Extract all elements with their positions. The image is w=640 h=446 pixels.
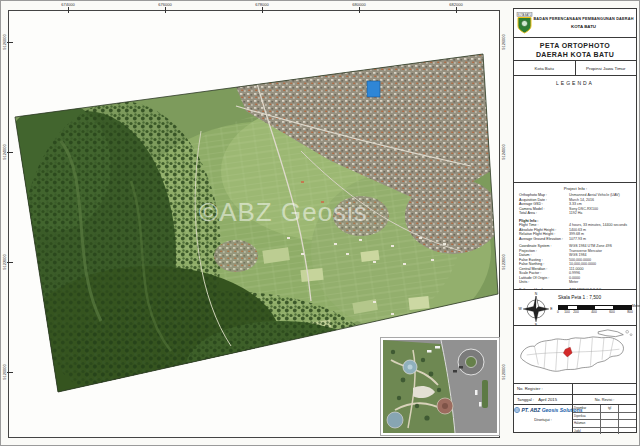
signature-grid: DigambartglDiperiksaHalamanJudul (572, 405, 636, 432)
scale-bar-label: 200 (573, 310, 578, 314)
kota-batu-logo-icon: KOTA BATU (516, 12, 533, 34)
agency-city: KOTA BATU (533, 24, 634, 29)
signature-grid-cell: tgl (601, 405, 619, 412)
scale-bar-label: 0 (557, 310, 559, 314)
scale-bar-label: 400 (591, 310, 596, 314)
map-sheet: 674000676000678000680000682000 912600091… (0, 0, 640, 446)
signature-grid-cell (601, 413, 619, 420)
signature-grid-cell (619, 420, 636, 427)
info-value: 1192 Ha (569, 211, 632, 216)
signature-grid-label: Halaman (573, 420, 601, 427)
scale-unit: Meters (632, 304, 640, 308)
register-value (572, 384, 636, 394)
watermark: ©ABZ Geosis (199, 197, 368, 228)
map-title-line1: PETA ORTOPHOTO (514, 41, 636, 50)
date-cell: Tanggal : April 2015 (514, 395, 572, 404)
region-province: Propinsi Jawa Timur (575, 61, 637, 75)
signature-grid-label: Diperiksa (573, 413, 601, 420)
agency-header: KOTA BATU BADAN PERENCANAAN PEMBANGUNAN … (513, 8, 637, 38)
compass-n: N (535, 292, 538, 296)
inset-detail-graphic (383, 340, 497, 433)
revision-label: No. Revisi : (572, 395, 636, 404)
scale-bar-label: 600 (609, 310, 614, 314)
scale-bar-label: 100 (564, 310, 569, 314)
info-label: Total Area : (519, 211, 569, 216)
legend-box: LEGENDA (513, 75, 637, 183)
register-label: No. Register : (514, 384, 572, 394)
compass-e: E (550, 307, 553, 311)
scale-text: Skala Peta 1 : 7,500 (558, 295, 601, 300)
madura-island (598, 330, 623, 337)
scale-box: N E S W Skala Peta 1 : 7,500 01002004006… (513, 289, 637, 326)
signature-grid-label: Digambar (573, 405, 601, 412)
globe-icon (514, 407, 520, 413)
signature-grid-row: Diperiksa (573, 413, 636, 421)
info-value: Meter (569, 280, 632, 285)
scale-bar-label: 800 (627, 310, 632, 314)
date-value: April 2015 (538, 397, 557, 402)
info-row: Units :Meter (519, 280, 632, 285)
signature-grid-row: Digambartgl (573, 405, 636, 413)
signature-grid-label: Judul (573, 428, 601, 435)
signature-grid-cell (601, 428, 619, 435)
info-label: Units : (519, 280, 569, 285)
company-name: PT. ABZ Geosis Solutions (514, 407, 572, 413)
highlight-marker (367, 81, 380, 97)
agency-name: BADAN PERENCANAAN PEMBANGUNAN DAERAH (533, 17, 634, 22)
project-info-box: Project Info : Orthophoto Map :Unmanned … (513, 182, 637, 290)
info-row: Total Area :1192 Ha (519, 211, 632, 216)
scale-bar-labels: 0100200400600800 (558, 310, 638, 315)
locator-map-box (513, 325, 637, 384)
north-arrow-icon: N E S W (518, 292, 554, 326)
info-row: Average Ground Elevation :1077.93 m (519, 237, 632, 242)
map-title-box: PETA ORTOPHOTO DAERAH KOTA BATU (513, 37, 637, 61)
signature-grid-row: Halaman (573, 420, 636, 428)
title-block-panel: KOTA BATU BADAN PERENCANAAN PEMBANGUNAN … (513, 9, 637, 433)
compass-w: W (519, 307, 523, 311)
signature-grid-cell (619, 413, 636, 420)
region-row: Kota Batu Propinsi Jawa Timur (513, 60, 637, 76)
company-prefix: PT. ABZ (521, 407, 540, 413)
legend-title: LEGENDA (514, 76, 636, 86)
east-java-map (514, 326, 636, 383)
date-label: Tanggal : (517, 397, 534, 402)
project-info-rows: Orthophoto Map :Unmanned Aerial Vehicle … (519, 193, 632, 295)
region-city: Kota Batu (514, 61, 575, 75)
info-label: Average Ground Elevation : (519, 237, 569, 242)
info-value: 1077.93 m (569, 237, 632, 242)
project-info-title: Project Info : (519, 186, 632, 191)
signature-grid-cell (619, 428, 636, 435)
footer-box: PT. ABZ Geosis Solutions Disetujui : Dig… (513, 404, 637, 433)
map-title-line2: DAERAH KOTA BATU (514, 50, 636, 59)
company-cell: PT. ABZ Geosis Solutions Disetujui : (514, 405, 572, 432)
signature-grid-row: Judul (573, 428, 636, 435)
logo-banner-label: KOTA BATU (517, 13, 531, 17)
signature-grid-cell (601, 420, 619, 427)
signature-grid-cell (619, 405, 636, 412)
inset-detail-photo (381, 338, 499, 435)
approved-label: Disetujui : (514, 417, 572, 422)
